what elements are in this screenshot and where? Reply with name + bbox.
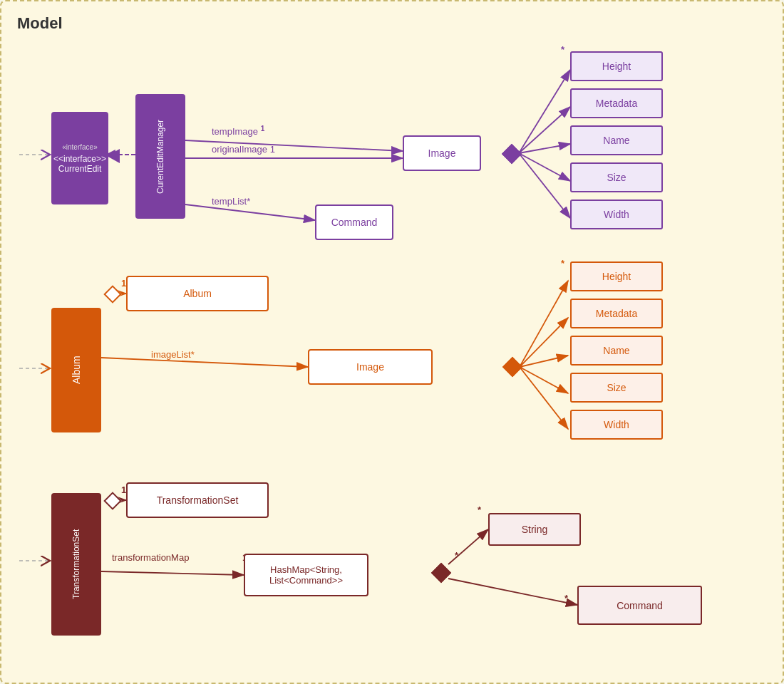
command-box-brown: Command bbox=[577, 586, 702, 625]
svg-line-23 bbox=[520, 367, 568, 393]
orange-attr-size: Size bbox=[570, 373, 663, 403]
hashmap-box: HashMap<String,List<Command>> bbox=[244, 554, 368, 596]
svg-line-24 bbox=[520, 367, 568, 429]
brown-diamond-open bbox=[103, 492, 121, 509]
svg-line-20 bbox=[520, 281, 568, 367]
orange-attr-width: Width bbox=[570, 410, 663, 440]
purple-diamond bbox=[502, 144, 522, 164]
svg-line-19 bbox=[101, 358, 308, 367]
album-class-box: Album bbox=[51, 308, 101, 432]
transformation-map-label: transformationMap bbox=[112, 552, 189, 563]
brown-mult-star-cmd: * bbox=[564, 593, 568, 603]
orange-attr-name: Name bbox=[570, 336, 663, 366]
string-box: String bbox=[488, 513, 581, 546]
purple-attr-size: Size bbox=[570, 162, 663, 192]
svg-line-26 bbox=[101, 571, 244, 575]
image-box-purple: Image bbox=[403, 135, 481, 171]
model-canvas: Model bbox=[0, 0, 784, 684]
transformation-set-box: TransformationSet bbox=[126, 482, 269, 518]
temp-list-label: tempList* bbox=[212, 196, 250, 207]
svg-line-11 bbox=[185, 204, 315, 220]
image-box-orange: Image bbox=[308, 349, 433, 385]
inheritance-arrow-purple bbox=[107, 149, 120, 163]
purple-attr-metadata: Metadata bbox=[570, 88, 663, 118]
purple-attr-width: Width bbox=[570, 200, 663, 229]
orange-diamond-open bbox=[103, 285, 121, 303]
orange-attr-metadata: Metadata bbox=[570, 299, 663, 328]
svg-line-15 bbox=[519, 144, 570, 153]
brown-mult-star1: * bbox=[455, 550, 458, 561]
diagram-arrows bbox=[1, 1, 784, 684]
svg-line-16 bbox=[519, 153, 570, 181]
svg-line-14 bbox=[519, 107, 570, 153]
original-image-label: originalImage 1 bbox=[212, 144, 275, 155]
orange-mult-star: * bbox=[561, 258, 564, 269]
temp-image-label: tempImage 1 bbox=[212, 125, 264, 137]
album-box: Album bbox=[126, 276, 269, 311]
orange-attr-height: Height bbox=[570, 261, 663, 291]
purple-mult-star: * bbox=[561, 44, 564, 55]
image-list-label: imageList* bbox=[151, 349, 195, 360]
manager-box: CurentEditManager bbox=[135, 94, 185, 219]
interface-current-edit: «interface» <<interface>> CurrentEdit bbox=[51, 112, 108, 204]
transformation-set-class: TransformationSet bbox=[51, 493, 101, 636]
svg-line-21 bbox=[520, 318, 568, 367]
orange-diamond-filled bbox=[502, 357, 522, 377]
purple-attr-name: Name bbox=[570, 125, 663, 155]
svg-line-17 bbox=[519, 153, 570, 218]
svg-line-13 bbox=[519, 70, 570, 153]
brown-mult-star-string: * bbox=[478, 504, 481, 515]
svg-line-28 bbox=[448, 579, 577, 605]
brown-diamond-filled bbox=[431, 563, 451, 583]
svg-line-22 bbox=[520, 356, 568, 367]
purple-attr-height: Height bbox=[570, 51, 663, 81]
diagram-title: Model bbox=[17, 14, 63, 33]
command-box-purple: Command bbox=[315, 204, 393, 240]
